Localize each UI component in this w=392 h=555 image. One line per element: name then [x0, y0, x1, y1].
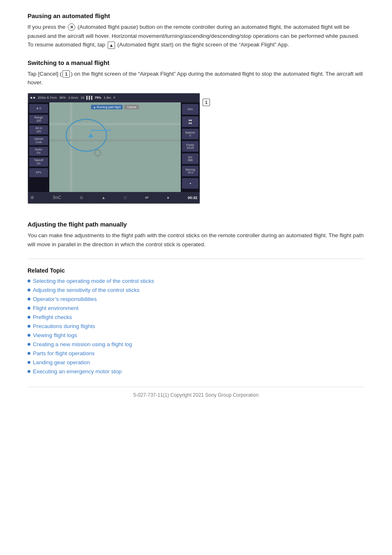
page-wrapper: Pausing an automated flight If you press… — [11, 0, 381, 414]
topic-link-precautions[interactable]: Precautions during flights — [33, 323, 95, 329]
fs-bottom-record: ● — [167, 195, 169, 200]
fs-cancel-label: Cancel — [127, 106, 136, 109]
list-item: Adjusting the sensitivity of the control… — [28, 287, 364, 293]
fs-bottom-timer: 00:32 — [188, 196, 197, 200]
fs-bottom-circle: ⊙ — [80, 195, 83, 200]
list-item: Selecting the operating mode of the cont… — [28, 278, 364, 284]
fs-left-btn-alt: Alt m100 — [29, 125, 48, 134]
pause-section-title: Pausing an automated flight — [28, 12, 364, 19]
bullet-dot — [28, 307, 30, 310]
fs-bottom-settings: ⚙ — [30, 195, 34, 200]
start-icon: ▲ — [108, 42, 115, 49]
switch-section-body: Tap [Cancel] (1) on the flight screen of… — [28, 69, 364, 87]
flight-screen-container: ■ ■ 203m 6.7m/s 36% 2.0m/s 19 ▐▐▐ 75% 1.… — [28, 87, 200, 210]
fs-topbar: ■ ■ 203m 6.7m/s 36% 2.0m/s 19 ▐▐▐ 75% 1.… — [28, 93, 200, 102]
callout-1-badge: 1 — [203, 99, 210, 106]
list-item: Parts for flight operations — [28, 350, 364, 356]
topic-link-flight-logs[interactable]: Viewing flight logs — [33, 332, 77, 338]
fs-resume-arrow: ▲ — [93, 106, 96, 109]
fs-bottom-arrows: ⇄ — [145, 195, 148, 200]
list-item: Viewing flight logs — [28, 332, 364, 338]
topic-link-landing-gear[interactable]: Landing gear operation — [33, 359, 90, 365]
fs-map-area: ▲ Running path flight Cancel — [49, 102, 181, 192]
fs-altitude: 36% — [59, 96, 66, 99]
list-item: Executing an emergency motor stop — [28, 368, 364, 375]
fs-right-btn-elm: Elm — [182, 104, 198, 115]
fs-bottom-bar: ⚙ 3mC ⊙ ▲ □ ⇄ ● 00:32 — [28, 192, 200, 204]
list-item: Preflight checks — [28, 314, 364, 320]
list-item: Landing gear operation — [28, 359, 364, 365]
topic-link-parts[interactable]: Parts for flight operations — [33, 350, 95, 356]
fs-right-btn-barring: Barring76.0 — [182, 166, 198, 176]
fs-left-btn-upload: UploadLock — [29, 136, 48, 145]
fs-left-btn-range: Range100 — [29, 115, 48, 124]
cancel-icon: 1 — [62, 70, 70, 78]
switch-section-title: Switching to a manual flight — [28, 59, 364, 66]
bullet-dot — [28, 352, 30, 355]
section-divider — [28, 259, 364, 259]
fs-left-btn-fpv: FPV — [29, 168, 48, 177]
fs-info: ≡ — [113, 96, 115, 99]
pause-section-body: If you press the ✕ (Automated flight pau… — [28, 23, 364, 49]
pause-section: Pausing an automated flight If you press… — [28, 12, 364, 49]
topic-link-operator[interactable]: Operator’s responsibilities — [33, 296, 97, 302]
related-topic-title: Related Topic — [28, 267, 364, 274]
fs-main: ★ 0 Range100 Alt m100 UploadLock MotorOn… — [28, 102, 200, 192]
adjust-section: Adjusting the flight path manually You c… — [28, 221, 364, 249]
fs-cancel-button[interactable]: Cancel — [125, 105, 139, 109]
fs-center-buttons: ▲ Running path flight Cancel — [91, 105, 139, 109]
fs-bottom-square: □ — [124, 195, 127, 200]
adjust-section-body: You can make fine adjustments to the fli… — [28, 231, 364, 249]
fs-battery: 75% — [95, 96, 101, 99]
fs-road-h — [49, 123, 181, 125]
fs-left-btn-motor: MotorOn — [29, 147, 48, 156]
topic-link-emergency-stop[interactable]: Executing an emergency motor stop — [33, 368, 122, 375]
list-item: Operator’s responsibilities — [28, 296, 364, 302]
adjust-section-title: Adjusting the flight path manually — [28, 221, 364, 228]
fs-right-btn-balloon: Balloon0 — [182, 129, 198, 139]
list-item: Creating a new mission using a flight lo… — [28, 341, 364, 347]
fs-right-panel: Elm ■■■■ Balloon0 Points3/125 EG868 Barr… — [181, 102, 200, 192]
bullet-dot — [28, 289, 30, 291]
fs-bottom-3mc: 3mC — [53, 195, 61, 200]
fs-right-btn-eg: EG868 — [182, 153, 198, 164]
fs-status-icon: ■ ■ — [30, 96, 35, 99]
list-item: Precautions during flights — [28, 323, 364, 329]
fs-target-marker — [95, 150, 101, 156]
related-topic-section: Related Topic Selecting the operating mo… — [28, 265, 364, 375]
fs-camera: 1.8m — [104, 96, 111, 99]
fs-distance: 203m 6.7m/s — [38, 96, 57, 99]
fs-path-dashed-line — [90, 130, 111, 131]
bullet-dot — [28, 325, 30, 328]
fs-speed: 2.0m/s — [68, 96, 78, 99]
topic-link-preflight[interactable]: Preflight checks — [33, 314, 72, 320]
topic-link-sensitivity[interactable]: Adjusting the sensitivity of the control… — [33, 287, 140, 293]
bullet-dot — [28, 361, 30, 364]
topic-link-environment[interactable]: Flight environment — [33, 305, 78, 311]
related-topic-list: Selecting the operating mode of the cont… — [28, 278, 364, 375]
bullet-dot — [28, 280, 30, 282]
topic-link-control-sticks-mode[interactable]: Selecting the operating mode of the cont… — [33, 278, 154, 284]
fs-bottom-play: ▲ — [101, 195, 106, 200]
footer: 5-027-737-11(1) Copyright 2021 Sony Grou… — [28, 387, 364, 398]
footer-text: 5-027-737-11(1) Copyright 2021 Sony Grou… — [134, 392, 259, 398]
topic-link-new-mission[interactable]: Creating a new mission using a flight lo… — [33, 341, 132, 347]
bullet-dot — [28, 370, 30, 373]
bullet-dot — [28, 334, 30, 337]
fs-left-btn-takeoff: TakeoffOn — [29, 157, 48, 166]
fs-right-btn-dot: ● — [182, 178, 198, 189]
pause-icon: ✕ — [68, 23, 75, 31]
bullet-dot — [28, 316, 30, 319]
fs-right-btn-points: Points3/125 — [182, 141, 198, 152]
fs-drone-marker — [88, 133, 93, 137]
switch-section: Switching to a manual flight Tap [Cancel… — [28, 59, 364, 211]
list-item: Flight environment — [28, 305, 364, 311]
bullet-dot — [28, 298, 30, 301]
fs-left-btn-home: ★ 0 — [29, 104, 48, 113]
bullet-dot — [28, 343, 30, 346]
fs-left-panel: ★ 0 Range100 Alt m100 UploadLock MotorOn… — [28, 102, 49, 192]
fs-flight-path-circle — [66, 119, 107, 152]
fs-resume-button[interactable]: ▲ Running path flight — [91, 105, 122, 109]
fs-right-btn-m: ■■■■ — [182, 116, 198, 127]
fs-resume-label: Running path flight — [97, 106, 120, 109]
